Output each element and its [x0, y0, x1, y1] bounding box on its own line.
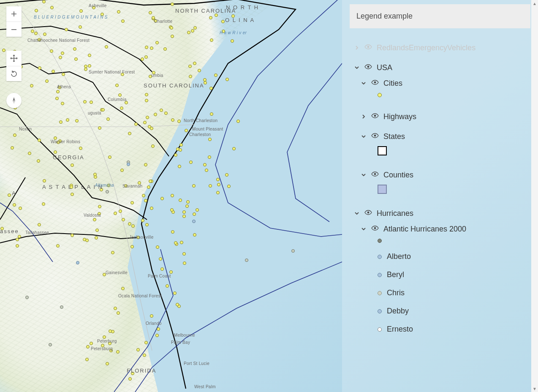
expand-toggle[interactable] — [354, 209, 360, 218]
expand-toggle[interactable] — [361, 132, 367, 141]
city-point[interactable] — [98, 126, 101, 130]
city-point[interactable] — [144, 341, 148, 344]
city-point[interactable] — [38, 223, 41, 226]
city-point[interactable] — [193, 212, 196, 216]
city-point[interactable] — [189, 161, 193, 164]
visibility-toggle[interactable] — [364, 63, 372, 73]
city-point[interactable] — [136, 348, 140, 351]
city-point[interactable] — [231, 39, 234, 43]
zoom-out-button[interactable] — [6, 22, 22, 37]
city-point[interactable] — [125, 101, 128, 104]
pan-button[interactable] — [6, 51, 22, 66]
city-point[interactable] — [50, 49, 53, 53]
city-point[interactable] — [150, 314, 153, 318]
city-point[interactable] — [209, 87, 213, 90]
city-point[interactable] — [84, 68, 87, 71]
hurricane-point[interactable] — [49, 343, 52, 346]
city-point[interactable] — [56, 244, 60, 248]
rotate-button[interactable] — [6, 66, 22, 81]
city-point[interactable] — [62, 73, 65, 76]
city-point[interactable] — [145, 93, 148, 96]
city-point[interactable] — [79, 25, 82, 29]
city-point[interactable] — [160, 197, 164, 200]
city-point[interactable] — [210, 38, 213, 42]
city-point[interactable] — [73, 47, 76, 51]
city-point[interactable] — [65, 28, 68, 31]
city-point[interactable] — [45, 79, 49, 83]
city-point[interactable] — [42, 202, 45, 206]
page-scrollbar[interactable]: ▲ ▼ — [531, 0, 538, 392]
expand-toggle[interactable] — [361, 79, 367, 88]
city-point[interactable] — [95, 229, 99, 232]
city-point[interactable] — [31, 30, 34, 33]
city-point[interactable] — [124, 184, 128, 188]
layer-row-highways[interactable]: Highways — [350, 109, 530, 125]
city-point[interactable] — [160, 267, 164, 271]
visibility-toggle[interactable] — [364, 208, 372, 219]
visibility-toggle[interactable] — [371, 170, 379, 180]
city-point[interactable] — [232, 147, 236, 150]
city-point[interactable] — [43, 33, 46, 36]
expand-toggle[interactable] — [354, 63, 360, 72]
scroll-up-icon[interactable]: ▲ — [531, 0, 538, 7]
city-point[interactable] — [182, 210, 186, 214]
city-point[interactable] — [183, 261, 186, 265]
layer-row-redlands[interactable]: RedlandsEmergencyVehicles — [350, 40, 530, 56]
city-point[interactable] — [173, 291, 177, 295]
city-point[interactable] — [214, 74, 217, 77]
city-point[interactable] — [186, 200, 190, 204]
hurricane-point[interactable] — [245, 259, 248, 262]
city-point[interactable] — [155, 334, 159, 337]
city-point[interactable] — [185, 129, 188, 132]
city-point[interactable] — [209, 184, 212, 188]
layer-row-states[interactable]: States — [350, 129, 530, 144]
city-point[interactable] — [121, 73, 124, 76]
zoom-in-button[interactable] — [6, 6, 22, 22]
visibility-toggle[interactable] — [371, 131, 379, 142]
city-point[interactable] — [28, 152, 31, 155]
city-point[interactable] — [34, 32, 38, 35]
layer-row-counties[interactable]: Counties — [350, 167, 530, 183]
city-point[interactable] — [105, 45, 108, 49]
city-point[interactable] — [83, 238, 86, 241]
city-point[interactable] — [145, 223, 149, 226]
city-point[interactable] — [157, 327, 160, 331]
city-point[interactable] — [117, 311, 120, 315]
city-point[interactable] — [130, 245, 134, 248]
city-point[interactable] — [86, 345, 90, 348]
hurricane-point[interactable] — [291, 249, 295, 253]
city-point[interactable] — [185, 204, 189, 208]
city-point[interactable] — [205, 169, 208, 172]
hurricane-point[interactable] — [25, 296, 29, 299]
expand-toggle[interactable] — [361, 112, 367, 121]
city-point[interactable] — [144, 163, 147, 166]
city-point[interactable] — [171, 230, 174, 234]
city-point[interactable] — [79, 9, 83, 13]
city-point[interactable] — [101, 108, 105, 112]
city-point[interactable] — [141, 219, 144, 222]
city-point[interactable] — [152, 16, 155, 19]
legend-scroll[interactable]: Legend example RedlandsEmergencyVehicles… — [350, 4, 536, 388]
scroll-track[interactable] — [531, 7, 538, 385]
city-point[interactable] — [166, 284, 169, 288]
city-point[interactable] — [141, 57, 144, 61]
city-point[interactable] — [170, 208, 174, 212]
city-point[interactable] — [178, 165, 181, 168]
city-point[interactable] — [208, 155, 211, 159]
city-point[interactable] — [180, 241, 183, 244]
city-point[interactable] — [225, 173, 228, 177]
city-point[interactable] — [188, 65, 192, 68]
hurricane-point[interactable] — [127, 163, 130, 166]
city-point[interactable] — [143, 121, 147, 124]
city-point[interactable] — [171, 194, 174, 197]
city-point[interactable] — [103, 335, 106, 339]
city-point[interactable] — [208, 138, 212, 141]
city-point[interactable] — [109, 349, 113, 352]
city-point[interactable] — [203, 78, 207, 82]
city-point[interactable] — [193, 62, 196, 65]
city-point[interactable] — [203, 163, 207, 166]
city-point[interactable] — [196, 208, 199, 212]
city-point[interactable] — [38, 66, 41, 70]
city-point[interactable] — [71, 234, 74, 237]
city-point[interactable] — [119, 210, 122, 213]
